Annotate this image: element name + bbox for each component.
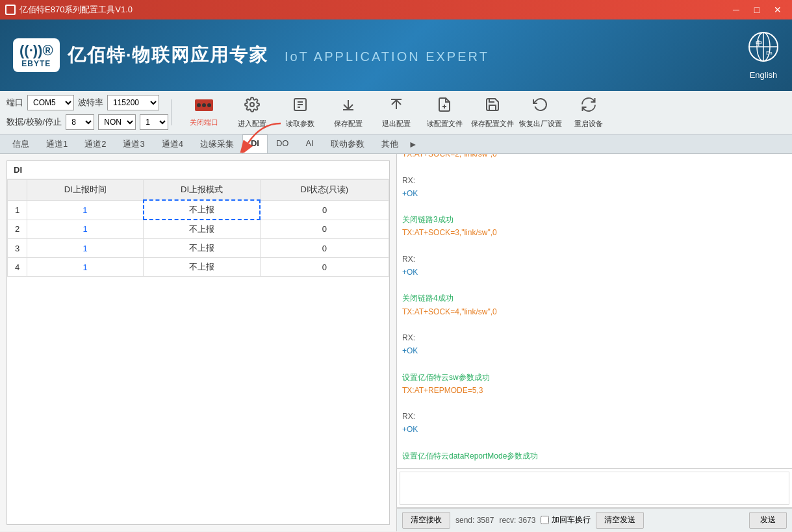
tab-ai[interactable]: AI bbox=[297, 134, 322, 153]
read-params-button[interactable]: 读取参数 bbox=[277, 95, 324, 130]
banner-title-group: 亿佰特·物联网应用专家 IoT APPLICATION EXPERT bbox=[68, 43, 489, 68]
log-area: 心跳包成功TX:AT+SOCK=1,"link/sw",0 RX:+OK 关闭链… bbox=[397, 154, 792, 469]
save-config-label: 保存配置 bbox=[334, 119, 363, 129]
log-line: +OK bbox=[402, 424, 787, 436]
config-icon bbox=[244, 97, 260, 116]
di-row-num: 3 bbox=[8, 239, 27, 258]
close-port-button[interactable]: 关闭端口 bbox=[181, 95, 227, 130]
di-time-value[interactable]: 1 bbox=[27, 220, 144, 239]
svg-point-8 bbox=[197, 103, 201, 107]
di-col-time: DI上报时间 bbox=[27, 180, 144, 201]
log-line bbox=[402, 398, 787, 410]
clear-recv-button[interactable]: 清空接收 bbox=[402, 512, 450, 529]
tab-scroll-right[interactable]: ► bbox=[407, 134, 420, 153]
logo-area: ((·))® EBYTE 亿佰特·物联网应用专家 IoT APPLICATION… bbox=[13, 38, 489, 72]
log-line: RX: bbox=[402, 411, 787, 423]
close-button[interactable]: ✕ bbox=[769, 3, 787, 16]
stop-select[interactable]: 1 bbox=[140, 114, 168, 130]
read-config-file-label: 读配置文件 bbox=[427, 119, 463, 129]
log-input[interactable] bbox=[400, 472, 789, 505]
log-line: +OK bbox=[402, 266, 787, 279]
banner-main-title: 亿佰特·物联网应用专家 bbox=[68, 45, 269, 65]
toolbar-area: 端口 COM5 波特率 115200 数据/校验/停止 8 NONE 1 bbox=[0, 91, 792, 134]
tab-channel2[interactable]: 通道2 bbox=[76, 134, 114, 153]
exit-config-button[interactable]: 退出配置 bbox=[373, 95, 420, 130]
crlf-label: 加回车换行 bbox=[552, 514, 591, 526]
parity-select[interactable]: NONE bbox=[98, 114, 136, 130]
exit-config-label: 退出配置 bbox=[382, 119, 411, 129]
log-line: TX:AT+REPMODE=5,3 bbox=[402, 385, 787, 397]
lang-label: English bbox=[750, 70, 778, 80]
data-label: 数据/校验/停止 bbox=[6, 116, 62, 128]
header-banner: ((·))® EBYTE 亿佰特·物联网应用专家 IoT APPLICATION… bbox=[0, 19, 792, 91]
enter-config-label: 进入配置 bbox=[238, 119, 266, 129]
port-label: 端口 bbox=[6, 97, 23, 108]
factory-reset-label: 恢复出厂设置 bbox=[519, 119, 562, 129]
log-line: 关闭链路4成功 bbox=[402, 292, 787, 305]
svg-point-10 bbox=[207, 103, 211, 107]
factory-reset-button[interactable]: 恢复出厂设置 bbox=[517, 95, 564, 130]
recv-count: recv: 3673 bbox=[499, 516, 535, 525]
save-config-file-button[interactable]: 保存配置文件 bbox=[469, 95, 516, 130]
port-select[interactable]: COM5 bbox=[27, 95, 74, 110]
tab-info[interactable]: 信息 bbox=[4, 134, 38, 153]
log-line bbox=[402, 279, 787, 292]
port-icon bbox=[195, 98, 213, 115]
log-line: TX:AT+SOCK=2,"link/sw",0 bbox=[402, 154, 787, 161]
banner-subtitle: IoT APPLICATION EXPERT bbox=[285, 49, 489, 64]
close-port-label: 关闭端口 bbox=[190, 118, 218, 127]
log-line bbox=[402, 240, 787, 253]
di-mode-value[interactable]: 不上报 bbox=[144, 239, 260, 258]
log-line bbox=[402, 162, 787, 174]
di-mode-value[interactable]: 不上报 bbox=[144, 258, 260, 277]
di-time-value[interactable]: 1 bbox=[27, 239, 144, 258]
language-switch[interactable]: 中 En English bbox=[748, 31, 779, 80]
tab-edge-collect[interactable]: 边缘采集 bbox=[192, 134, 242, 153]
tab-channel3[interactable]: 通道3 bbox=[114, 134, 153, 153]
tab-channel1[interactable]: 通道1 bbox=[38, 134, 76, 153]
log-line: +OK bbox=[402, 345, 787, 357]
di-table-header-row: DI上报时间 DI上报模式 DI状态(只读) bbox=[8, 180, 389, 201]
read-config-file-button[interactable]: 读配置文件 bbox=[421, 95, 468, 130]
di-status-value: 0 bbox=[260, 258, 389, 277]
log-line: TX:AT+SOCK=4,"link/sw",0 bbox=[402, 306, 787, 318]
maximize-button[interactable]: □ bbox=[748, 3, 766, 16]
lang-icon: 中 En bbox=[748, 31, 779, 68]
right-panel: 心跳包成功TX:AT+SOCK=1,"link/sw",0 RX:+OK 关闭链… bbox=[396, 154, 792, 531]
app-title: 亿佰特E870系列配置工具V1.0 bbox=[19, 4, 133, 16]
log-line bbox=[402, 358, 787, 370]
read-file-icon bbox=[437, 97, 452, 116]
data-select[interactable]: 8 bbox=[66, 114, 94, 130]
save-config-button[interactable]: 保存配置 bbox=[325, 95, 372, 130]
crlf-checkbox-label[interactable]: 加回车换行 bbox=[541, 514, 591, 526]
left-panel: DI DI上报时间 DI上报模式 DI状态(只读) 11不上报021不上报031… bbox=[0, 154, 396, 531]
di-mode-value[interactable]: 不上报 bbox=[144, 200, 260, 220]
di-status-value: 0 bbox=[260, 200, 389, 220]
window-controls: ─ □ ✕ bbox=[727, 3, 787, 16]
restart-device-button[interactable]: 重启设备 bbox=[565, 95, 612, 130]
tab-do[interactable]: DO bbox=[268, 134, 298, 153]
di-row-num: 4 bbox=[8, 258, 27, 277]
baudrate-select[interactable]: 115200 bbox=[107, 95, 159, 110]
di-row-num: 2 bbox=[8, 220, 27, 239]
di-mode-value[interactable]: 不上报 bbox=[144, 220, 260, 239]
tab-di[interactable]: DI bbox=[242, 134, 268, 153]
di-time-value[interactable]: 1 bbox=[27, 258, 144, 277]
crlf-checkbox[interactable] bbox=[541, 516, 549, 524]
di-table: DI上报时间 DI上报模式 DI状态(只读) 11不上报021不上报031不上报… bbox=[7, 179, 389, 277]
save-file-icon bbox=[485, 97, 500, 116]
minimize-button[interactable]: ─ bbox=[727, 3, 745, 16]
clear-send-button[interactable]: 清空发送 bbox=[596, 512, 644, 529]
enter-config-button[interactable]: 进入配置 bbox=[229, 95, 275, 130]
tab-channel4[interactable]: 通道4 bbox=[153, 134, 192, 153]
svg-point-9 bbox=[202, 103, 206, 107]
send-button[interactable]: 发送 bbox=[749, 512, 787, 529]
save-config-file-label: 保存配置文件 bbox=[471, 119, 514, 129]
tab-linkage-params[interactable]: 联动参数 bbox=[322, 134, 373, 153]
di-time-value[interactable]: 1 bbox=[27, 200, 144, 220]
table-row: 21不上报0 bbox=[8, 220, 389, 239]
log-line bbox=[402, 437, 787, 449]
log-line: +OK bbox=[402, 188, 787, 200]
tab-others[interactable]: 其他 bbox=[373, 134, 407, 153]
baudrate-label: 波特率 bbox=[78, 97, 103, 108]
